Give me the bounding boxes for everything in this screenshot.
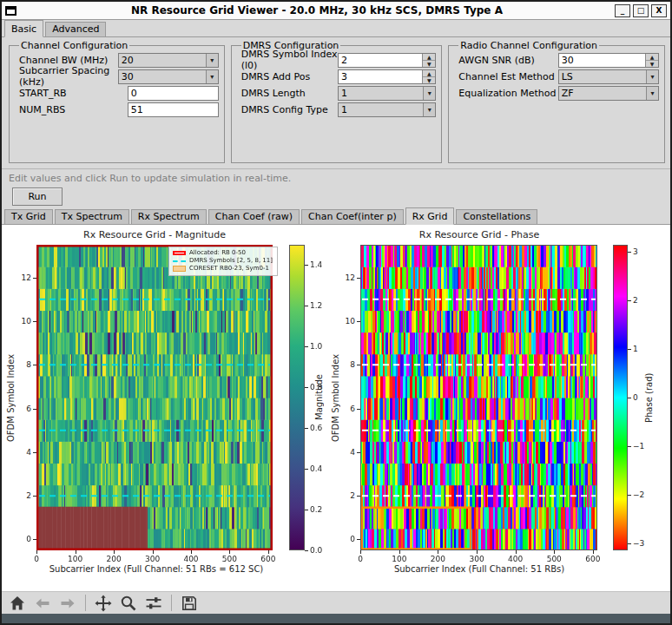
magnitude-heatmap[interactable]	[36, 245, 273, 550]
field-label: Channel Est Method	[458, 71, 557, 82]
y-tick	[357, 452, 360, 453]
colorbar-tick	[628, 543, 631, 544]
x-tick	[229, 550, 230, 554]
save-icon[interactable]	[180, 594, 199, 613]
y-tick	[357, 539, 360, 540]
chevron-down-icon[interactable]: ▾	[206, 70, 218, 83]
minimize-button[interactable]: _	[615, 4, 630, 17]
chevron-down-icon[interactable]: ▾	[423, 103, 435, 116]
y-tick	[33, 365, 36, 365]
colorbar-tick-label: −3	[633, 540, 644, 548]
field-label: AWGN SNR (dB)	[458, 55, 557, 66]
tab-tx-spectrum[interactable]: Tx Spectrum	[55, 209, 129, 224]
back-icon[interactable]	[33, 594, 52, 613]
coreset-swatch	[173, 266, 186, 272]
dmrs-swatch	[173, 260, 186, 262]
tab-advanced[interactable]: Advanced	[45, 22, 106, 36]
colorbar-tick-label: 1.0	[310, 343, 322, 351]
tab-tx-grid[interactable]: Tx Grid	[4, 209, 53, 224]
channel-est-method-select[interactable]: LS ▾	[558, 69, 659, 84]
dmrs-add-pos-spinbox[interactable]: 3 ▲▼	[338, 69, 436, 84]
colorbar-tick-label: 0.2	[310, 506, 322, 514]
awgn-snr-spinbox[interactable]: 30 ▲▼	[558, 53, 659, 68]
chevron-down-icon[interactable]: ▾	[646, 87, 658, 100]
colorbar-tick-label: −1	[633, 443, 644, 451]
spin-up-icon[interactable]: ▲	[423, 54, 435, 61]
channel-bw-select[interactable]: 20 ▾	[118, 53, 219, 68]
x-tick-label: 0	[350, 556, 371, 563]
status-text: Edit values and click Run to update simu…	[2, 169, 670, 185]
configure-subplots-icon[interactable]	[144, 594, 163, 613]
maximize-button[interactable]: □	[633, 4, 649, 17]
x-tick-label: 400	[505, 556, 526, 563]
y-tick	[357, 365, 360, 365]
x-tick	[516, 550, 517, 554]
window-bottom-border	[2, 614, 670, 624]
tab-basic[interactable]: Basic	[4, 20, 43, 37]
tab-constellations[interactable]: Constellations	[456, 209, 537, 224]
forward-icon[interactable]	[58, 594, 77, 613]
colorbar-tick-label: 1	[633, 345, 638, 353]
num-rbs-input[interactable]: 51	[128, 102, 219, 117]
colorbar-tick	[305, 387, 308, 388]
chevron-down-icon[interactable]: ▾	[423, 87, 435, 100]
radio-config-group: Radio Channel Configuration AWGN SNR (dB…	[448, 41, 665, 163]
run-button[interactable]: Run	[12, 188, 63, 206]
magnitude-colorbar	[289, 245, 305, 550]
spin-up-icon[interactable]: ▲	[646, 54, 658, 61]
x-tick-label: 600	[583, 556, 603, 563]
y-tick	[33, 539, 36, 540]
chevron-down-icon[interactable]: ▾	[206, 54, 218, 67]
zoom-icon[interactable]	[119, 594, 138, 613]
tab-chan-coef-raw[interactable]: Chan Coef (raw)	[208, 209, 300, 224]
phase-heatmap[interactable]	[360, 245, 597, 550]
dmrs-config-type-select[interactable]: 1 ▾	[338, 102, 436, 117]
colorbar-tick	[305, 428, 308, 429]
y-tick-label: 0	[16, 536, 31, 543]
y-tick-label: 2	[16, 492, 31, 500]
colorbar-tick	[628, 252, 631, 253]
dmrs-symbol-index-spinbox[interactable]: 2 ▲▼	[338, 53, 436, 68]
close-button[interactable]: X	[651, 4, 667, 17]
x-tick	[36, 550, 37, 554]
spin-down-icon[interactable]: ▼	[646, 61, 658, 67]
chevron-down-icon[interactable]: ▾	[646, 70, 658, 83]
pan-icon[interactable]	[94, 594, 113, 613]
field-label: DMRS Symbol Index (l0)	[241, 49, 338, 71]
colorbar-tick	[628, 446, 631, 447]
spin-up-icon[interactable]: ▲	[423, 70, 435, 77]
colorbar-tick-label: 2	[633, 297, 638, 305]
y-tick-label: 10	[16, 318, 31, 326]
phase-plot-title: Rx Resource Grid - Phase	[358, 229, 601, 240]
field-label: Subcarrier Spacing (kHz)	[19, 65, 118, 88]
group-title: Radio Channel Configuration	[458, 41, 599, 50]
dmrs-length-select[interactable]: 1 ▾	[338, 86, 436, 101]
tab-chan-coef-interp[interactable]: Chan Coef(inter p)	[301, 209, 404, 224]
start-rb-input[interactable]: 0	[128, 86, 219, 101]
y-tick-label: 2	[339, 492, 355, 500]
equalization-method-select[interactable]: ZF ▾	[558, 86, 659, 101]
y-tick-label: 8	[339, 361, 355, 369]
legend-label: CORESET RB0-23, Sym0-1	[189, 265, 269, 273]
colorbar-tick	[305, 306, 308, 306]
y-tick-label: 6	[339, 405, 355, 413]
x-tick	[268, 550, 269, 554]
spin-down-icon[interactable]: ▼	[423, 77, 435, 83]
colorbar-tick	[305, 265, 308, 266]
home-icon[interactable]	[8, 594, 27, 613]
magnitude-x-axis-label: Subcarrier Index (Full Channel: 51 RBs =…	[26, 564, 287, 574]
phase-x-axis-label: Subcarrier Index (Full Channel: 51 RBs)	[349, 564, 609, 574]
tab-rx-grid[interactable]: Rx Grid	[405, 207, 455, 225]
colorbar-tick-label: 0.0	[310, 547, 322, 555]
tab-rx-spectrum[interactable]: Rx Spectrum	[131, 209, 207, 224]
x-tick-label: 600	[258, 556, 279, 563]
y-tick	[33, 321, 36, 322]
field-label: NUM_RBS	[19, 104, 128, 115]
toolbar-separator	[171, 595, 172, 611]
y-tick	[33, 452, 36, 453]
subcarrier-spacing-select[interactable]: 30 ▾	[118, 69, 219, 84]
spin-down-icon[interactable]: ▼	[423, 61, 435, 67]
colorbar-tick-label: 3	[633, 248, 638, 256]
main-tabbar: Basic Advanced	[2, 20, 670, 37]
colorbar-tick	[305, 469, 308, 470]
